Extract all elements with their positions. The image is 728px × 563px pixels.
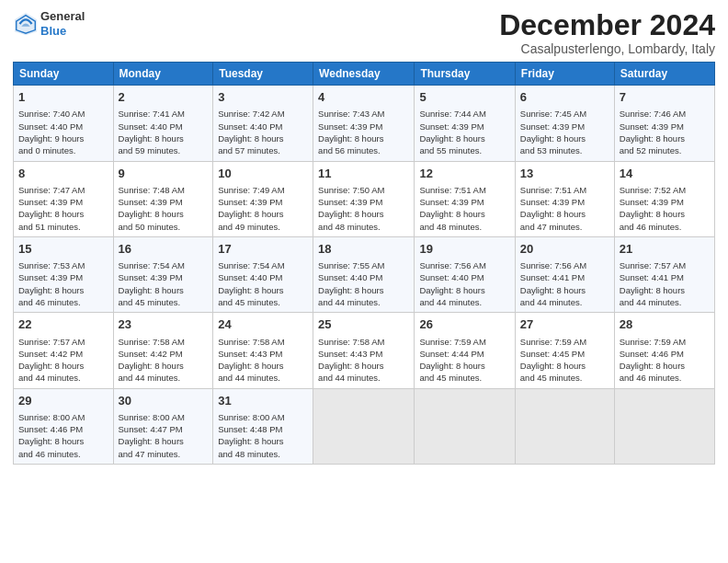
logo: General Blue <box>13 9 85 38</box>
day-number: 9 <box>119 166 209 182</box>
weekday-header-row: SundayMondayTuesdayWednesdayThursdayFrid… <box>14 63 715 86</box>
day-number: 19 <box>419 241 509 258</box>
calendar-cell <box>415 388 515 464</box>
calendar-cell: 25Sunrise: 7:58 AMSunset: 4:43 PMDayligh… <box>313 313 415 388</box>
calendar-cell: 21Sunrise: 7:57 AMSunset: 4:41 PMDayligh… <box>614 236 714 312</box>
day-detail: Sunrise: 7:59 AMSunset: 4:44 PMDaylight:… <box>419 336 509 385</box>
day-number: 5 <box>419 89 509 106</box>
day-detail: Sunrise: 7:56 AMSunset: 4:40 PMDaylight:… <box>419 259 509 308</box>
weekday-header-sunday: Sunday <box>14 63 114 86</box>
day-number: 25 <box>318 316 409 333</box>
calendar-cell: 12Sunrise: 7:51 AMSunset: 4:39 PMDayligh… <box>415 161 515 236</box>
day-detail: Sunrise: 7:43 AMSunset: 4:39 PMDaylight:… <box>318 108 409 156</box>
day-detail: Sunrise: 8:00 AMSunset: 4:46 PMDaylight:… <box>18 411 108 460</box>
calendar-week-3: 15Sunrise: 7:53 AMSunset: 4:39 PMDayligh… <box>14 236 715 312</box>
day-number: 29 <box>18 393 108 409</box>
day-detail: Sunrise: 8:00 AMSunset: 4:47 PMDaylight:… <box>119 411 209 460</box>
calendar-cell: 4Sunrise: 7:43 AMSunset: 4:39 PMDaylight… <box>313 86 415 161</box>
calendar-week-1: 1Sunrise: 7:40 AMSunset: 4:40 PMDaylight… <box>14 86 715 161</box>
day-detail: Sunrise: 7:47 AMSunset: 4:39 PMDaylight:… <box>18 184 108 233</box>
calendar-cell: 26Sunrise: 7:59 AMSunset: 4:44 PMDayligh… <box>415 313 515 388</box>
day-detail: Sunrise: 7:45 AMSunset: 4:39 PMDaylight:… <box>520 108 609 156</box>
calendar-cell: 19Sunrise: 7:56 AMSunset: 4:40 PMDayligh… <box>415 236 515 312</box>
day-number: 13 <box>520 166 609 182</box>
day-number: 27 <box>520 316 609 333</box>
day-number: 3 <box>218 89 308 106</box>
calendar-week-2: 8Sunrise: 7:47 AMSunset: 4:39 PMDaylight… <box>14 161 715 236</box>
calendar-cell <box>515 388 614 464</box>
day-number: 1 <box>18 89 108 106</box>
header: General Blue December 2024 Casalpusterle… <box>13 9 715 56</box>
calendar-cell: 18Sunrise: 7:55 AMSunset: 4:40 PMDayligh… <box>313 236 415 312</box>
calendar-cell <box>614 388 714 464</box>
day-detail: Sunrise: 7:40 AMSunset: 4:40 PMDaylight:… <box>18 108 108 156</box>
day-number: 23 <box>119 316 209 333</box>
day-detail: Sunrise: 7:44 AMSunset: 4:39 PMDaylight:… <box>419 108 509 156</box>
calendar-cell <box>313 388 415 464</box>
day-detail: Sunrise: 7:42 AMSunset: 4:40 PMDaylight:… <box>218 108 308 156</box>
logo-text: General Blue <box>40 9 85 38</box>
day-number: 17 <box>218 241 308 258</box>
day-number: 11 <box>318 166 409 182</box>
day-number: 10 <box>218 166 308 182</box>
calendar-cell: 2Sunrise: 7:41 AMSunset: 4:40 PMDaylight… <box>113 86 213 161</box>
day-detail: Sunrise: 7:51 AMSunset: 4:39 PMDaylight:… <box>419 184 509 233</box>
calendar-cell: 24Sunrise: 7:58 AMSunset: 4:43 PMDayligh… <box>213 313 313 388</box>
day-detail: Sunrise: 7:52 AMSunset: 4:39 PMDaylight:… <box>620 184 710 233</box>
day-detail: Sunrise: 7:59 AMSunset: 4:45 PMDaylight:… <box>520 336 609 385</box>
day-number: 22 <box>18 316 108 333</box>
calendar-cell: 13Sunrise: 7:51 AMSunset: 4:39 PMDayligh… <box>515 161 614 236</box>
day-number: 26 <box>419 316 509 333</box>
calendar-cell: 1Sunrise: 7:40 AMSunset: 4:40 PMDaylight… <box>14 86 114 161</box>
calendar-cell: 31Sunrise: 8:00 AMSunset: 4:48 PMDayligh… <box>213 388 313 464</box>
day-number: 16 <box>119 241 209 258</box>
weekday-header-saturday: Saturday <box>614 63 714 86</box>
calendar-cell: 29Sunrise: 8:00 AMSunset: 4:46 PMDayligh… <box>14 388 114 464</box>
calendar-cell: 5Sunrise: 7:44 AMSunset: 4:39 PMDaylight… <box>415 86 515 161</box>
day-number: 7 <box>620 89 710 106</box>
calendar-week-4: 22Sunrise: 7:57 AMSunset: 4:42 PMDayligh… <box>14 313 715 388</box>
calendar-cell: 23Sunrise: 7:58 AMSunset: 4:42 PMDayligh… <box>113 313 213 388</box>
logo-blue: Blue <box>40 24 66 38</box>
day-number: 28 <box>620 316 710 333</box>
day-number: 24 <box>218 316 308 333</box>
day-detail: Sunrise: 7:54 AMSunset: 4:39 PMDaylight:… <box>119 259 209 308</box>
day-number: 15 <box>18 241 108 258</box>
calendar-cell: 15Sunrise: 7:53 AMSunset: 4:39 PMDayligh… <box>14 236 114 312</box>
day-detail: Sunrise: 7:49 AMSunset: 4:39 PMDaylight:… <box>218 184 308 233</box>
calendar-cell: 22Sunrise: 7:57 AMSunset: 4:42 PMDayligh… <box>14 313 114 388</box>
day-detail: Sunrise: 7:46 AMSunset: 4:39 PMDaylight:… <box>620 108 710 156</box>
calendar-cell: 11Sunrise: 7:50 AMSunset: 4:39 PMDayligh… <box>313 161 415 236</box>
title-block: December 2024 Casalpusterlengo, Lombardy… <box>499 9 715 56</box>
day-detail: Sunrise: 7:48 AMSunset: 4:39 PMDaylight:… <box>119 184 209 233</box>
calendar-cell: 28Sunrise: 7:59 AMSunset: 4:46 PMDayligh… <box>614 313 714 388</box>
weekday-header-tuesday: Tuesday <box>213 63 313 86</box>
day-number: 12 <box>419 166 509 182</box>
calendar-cell: 6Sunrise: 7:45 AMSunset: 4:39 PMDaylight… <box>515 86 614 161</box>
day-detail: Sunrise: 8:00 AMSunset: 4:48 PMDaylight:… <box>218 411 308 460</box>
calendar-cell: 9Sunrise: 7:48 AMSunset: 4:39 PMDaylight… <box>113 161 213 236</box>
page-container: General Blue December 2024 Casalpusterle… <box>0 0 728 474</box>
day-number: 14 <box>620 166 710 182</box>
logo-general: General <box>40 9 85 23</box>
day-number: 6 <box>520 89 609 106</box>
day-detail: Sunrise: 7:56 AMSunset: 4:41 PMDaylight:… <box>520 259 609 308</box>
day-number: 4 <box>318 89 409 106</box>
day-number: 20 <box>520 241 609 258</box>
weekday-header-wednesday: Wednesday <box>313 63 415 86</box>
weekday-header-friday: Friday <box>515 63 614 86</box>
calendar-cell: 17Sunrise: 7:54 AMSunset: 4:40 PMDayligh… <box>213 236 313 312</box>
day-number: 30 <box>119 393 209 409</box>
weekday-header-monday: Monday <box>113 63 213 86</box>
calendar-table: SundayMondayTuesdayWednesdayThursdayFrid… <box>13 62 715 465</box>
day-number: 8 <box>18 166 108 182</box>
day-detail: Sunrise: 7:58 AMSunset: 4:42 PMDaylight:… <box>119 336 209 385</box>
day-detail: Sunrise: 7:41 AMSunset: 4:40 PMDaylight:… <box>119 108 209 156</box>
weekday-header-thursday: Thursday <box>415 63 515 86</box>
day-detail: Sunrise: 7:51 AMSunset: 4:39 PMDaylight:… <box>520 184 609 233</box>
day-detail: Sunrise: 7:55 AMSunset: 4:40 PMDaylight:… <box>318 259 409 308</box>
day-number: 31 <box>218 393 308 409</box>
logo-icon <box>13 11 39 37</box>
calendar-body: 1Sunrise: 7:40 AMSunset: 4:40 PMDaylight… <box>14 86 715 465</box>
day-detail: Sunrise: 7:58 AMSunset: 4:43 PMDaylight:… <box>218 336 308 385</box>
